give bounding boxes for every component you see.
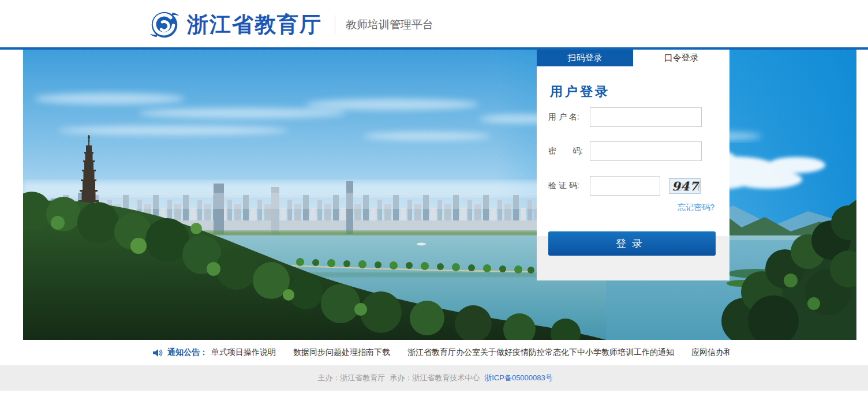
username-label: 用 户 名: [548, 112, 590, 122]
footer-organizer: 承办：浙江省教育技术中心 [390, 373, 480, 383]
speaker-icon [153, 349, 163, 357]
captcha-label: 验 证 码: [548, 181, 590, 191]
notice-item[interactable]: 应网信办和公安厅的要求，需要升级 [691, 347, 729, 358]
page-header: 浙江省教育厅 教师培训管理平台 [0, 0, 868, 50]
login-form: 用户登录 用 户 名: 密 码: 验 证 码: 9476 9476 忘记密码? [537, 66, 729, 236]
west-lake-scenic-photo [23, 50, 856, 340]
notice-item[interactable]: 浙江省教育厅办公室关于做好疫情防控常态化下中小学教师培训工作的通知 [407, 347, 674, 358]
login-tabs: 扫码登录 口令登录 [537, 50, 729, 66]
forgot-password-link[interactable]: 忘记密码? [678, 203, 714, 213]
tab-scan-login[interactable]: 扫码登录 [537, 50, 633, 66]
captcha-image[interactable]: 9476 9476 [669, 178, 701, 194]
password-row: 密 码: [548, 141, 702, 161]
tab-password-login[interactable]: 口令登录 [633, 50, 729, 66]
footer-host: 主办：浙江省教育厅 [317, 373, 385, 383]
login-button[interactable]: 登录 [548, 231, 716, 256]
captcha-digits: 9476 [672, 179, 701, 193]
logo-text: 浙江省教育厅 [187, 10, 322, 39]
brand-divider [335, 15, 335, 35]
page-footer: 主办：浙江省教育厅 承办：浙江省教育技术中心 浙ICP备05000083号 [0, 365, 868, 391]
notice-marquee: 通知公告： 单式项目操作说明 数据同步问题处理指南下载 浙江省教育厅办公室关于做… [139, 340, 729, 365]
password-label: 密 码: [548, 146, 590, 156]
notice-item[interactable]: 单式项目操作说明 [211, 347, 276, 358]
brand-block: 浙江省教育厅 教师培训管理平台 [148, 8, 433, 42]
notice-label: 通知公告： [167, 347, 208, 358]
notice-item[interactable]: 数据同步问题处理指南下载 [293, 347, 390, 358]
hero-banner: 扫码登录 口令登录 用户登录 用 户 名: 密 码: 验 证 码: 9476 9… [23, 50, 856, 340]
username-row: 用 户 名: [548, 107, 702, 127]
notice-bar: 通知公告： 单式项目操作说明 数据同步问题处理指南下载 浙江省教育厅办公室关于做… [0, 340, 868, 365]
username-input[interactable] [590, 107, 702, 127]
captcha-row: 验 证 码: 9476 9476 [548, 176, 701, 196]
login-title: 用户登录 [550, 83, 610, 100]
password-input[interactable] [590, 141, 702, 161]
education-dept-logo-icon [148, 8, 181, 42]
captcha-input[interactable] [590, 176, 660, 196]
icp-license-link[interactable]: 浙ICP备05000083号 [484, 373, 553, 383]
login-panel: 扫码登录 口令登录 用户登录 用 户 名: 密 码: 验 证 码: 9476 9… [537, 50, 729, 280]
platform-subtitle: 教师培训管理平台 [346, 17, 433, 32]
